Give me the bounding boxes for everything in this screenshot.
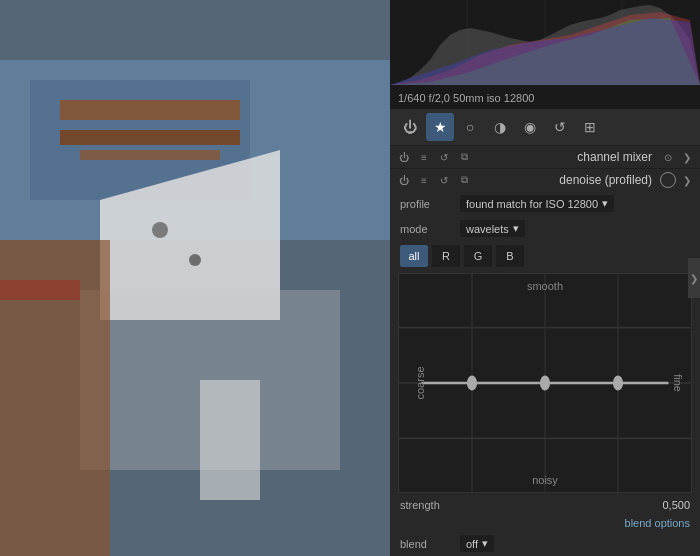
power-tool-btn[interactable]: ⏻ [396, 113, 424, 141]
curve-svg [399, 274, 691, 492]
denoise-copy-btn[interactable]: ⧉ [456, 172, 472, 188]
circle-tool-btn[interactable]: ○ [456, 113, 484, 141]
strength-row: strength 0,500 [390, 495, 700, 515]
channel-g-btn[interactable]: G [464, 245, 492, 267]
strength-value: 0,500 [470, 499, 690, 511]
svg-point-12 [614, 376, 623, 389]
svg-point-11 [541, 376, 550, 389]
channel-r-btn[interactable]: R [432, 245, 460, 267]
channel-all-btn[interactable]: all [400, 245, 428, 267]
half-circle-tool-btn[interactable]: ◑ [486, 113, 514, 141]
mode-value: wavelets ▾ [460, 220, 690, 237]
histogram-info: 1/640 f/2,0 50mm iso 12800 [398, 92, 534, 104]
svg-point-10 [468, 376, 477, 389]
grid-tool-btn[interactable]: ⊞ [576, 113, 604, 141]
denoise-panel: ⏻ ≡ ↺ ⧉ denoise (profiled) ❯ profile fou… [390, 168, 700, 556]
channel-mixer-list-btn[interactable]: ≡ [416, 149, 432, 165]
histogram: 1/640 f/2,0 50mm iso 12800 [390, 0, 700, 108]
curve-label-coarse: coarse [414, 366, 426, 399]
denoise-undo-btn[interactable]: ↺ [436, 172, 452, 188]
mode-label: mode [400, 223, 460, 235]
channel-mixer-name: channel mixer [476, 150, 652, 164]
histogram-svg [390, 0, 700, 85]
image-panel [0, 0, 390, 556]
channel-b-btn[interactable]: B [496, 245, 524, 267]
blend-dropdown-arrow: ▾ [482, 537, 488, 550]
color-wheel-tool-btn[interactable]: ◉ [516, 113, 544, 141]
mode-row: mode wavelets ▾ [390, 216, 700, 241]
curve-label-smooth: smooth [527, 280, 563, 292]
denoise-list-btn[interactable]: ≡ [416, 172, 432, 188]
channel-mixer-power-btn[interactable]: ⏻ [396, 149, 412, 165]
star-tool-btn[interactable]: ★ [426, 113, 454, 141]
mode-dropdown[interactable]: wavelets ▾ [460, 220, 525, 237]
denoise-power-btn[interactable]: ⏻ [396, 172, 412, 188]
blend-row: blend off ▾ [390, 531, 700, 556]
blend-dropdown[interactable]: off ▾ [460, 535, 494, 552]
channel-mixer-undo-btn[interactable]: ↺ [436, 149, 452, 165]
denoise-circle-btn[interactable] [660, 172, 676, 188]
right-panel: 1/640 f/2,0 50mm iso 12800 ⏻ ★ ○ ◑ ◉ ↺ ⊞… [390, 0, 700, 556]
channel-mixer-copy-btn[interactable]: ⧉ [456, 149, 472, 165]
refresh-tool-btn[interactable]: ↺ [546, 113, 574, 141]
profile-dropdown[interactable]: found match for ISO 12800 ▾ [460, 195, 614, 212]
channel-tabs: all R G B [390, 241, 700, 271]
channel-mixer-chevron-btn[interactable]: ❯ [680, 150, 694, 164]
channel-mixer-row: ⏻ ≡ ↺ ⧉ channel mixer ⊙ ❯ [390, 145, 700, 168]
photo-background [0, 0, 390, 556]
profile-dropdown-arrow: ▾ [602, 197, 608, 210]
blend-options-btn[interactable]: blend options [625, 517, 690, 529]
denoise-module-name: denoise (profiled) [476, 173, 652, 187]
profile-value: found match for ISO 12800 ▾ [460, 195, 690, 212]
denoise-chevron-btn[interactable]: ❯ [680, 173, 694, 187]
photo-noise-overlay [0, 0, 390, 556]
mode-dropdown-arrow: ▾ [513, 222, 519, 235]
curve-label-noisy: noisy [532, 474, 558, 486]
blend-label: blend [400, 538, 460, 550]
denoise-module-row: ⏻ ≡ ↺ ⧉ denoise (profiled) ❯ [390, 168, 700, 191]
blend-options-row: blend options [390, 515, 700, 531]
strength-label: strength [400, 499, 470, 511]
profile-row: profile found match for ISO 12800 ▾ [390, 191, 700, 216]
expand-arrow[interactable]: ❯ [688, 258, 700, 298]
curve-area[interactable]: smooth noisy coarse fine [398, 273, 692, 493]
profile-label: profile [400, 198, 460, 210]
channel-mixer-preset-btn[interactable]: ⊙ [660, 149, 676, 165]
toolbar: ⏻ ★ ○ ◑ ◉ ↺ ⊞ [390, 108, 700, 145]
blend-value: off ▾ [460, 535, 690, 552]
curve-label-fine: fine [672, 374, 684, 392]
